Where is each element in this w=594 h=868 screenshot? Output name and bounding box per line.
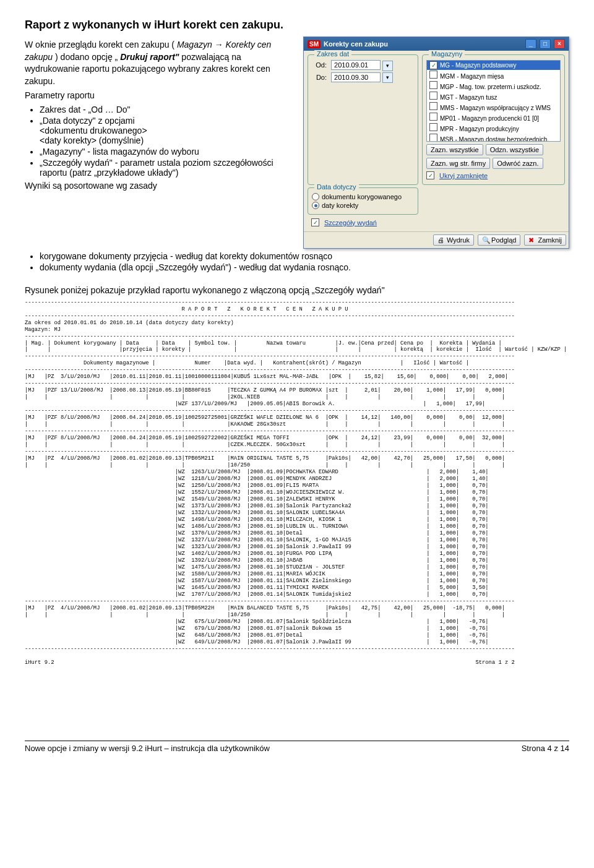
close-icon[interactable]: × <box>554 39 565 49</box>
radio-daty-korekty[interactable]: daty korekty <box>312 202 414 209</box>
dialog-title: Korekty cen zakupu <box>324 40 388 48</box>
list-item-label: MGP - Mag. tow. przeterm.i uszkodz. <box>440 84 541 90</box>
button-label: Zamknij <box>538 236 562 244</box>
korekty-dialog: SM Korekty cen zakupu _ □ × Zakres dat O… <box>303 37 569 249</box>
list-item-label: MSB - Magazyn dostaw bezpośrednich. <box>440 136 549 142</box>
dialog-titlebar[interactable]: SM Korekty cen zakupu _ □ × <box>304 37 569 51</box>
list-item-label: MG - Magazyn podstawowy <box>440 62 516 69</box>
text: W oknie przeglądu korekt cen zakupu ( <box>25 40 174 49</box>
magazyny-fieldset: Magazyny ✓MG - Magazyn podstawowy MGM - … <box>422 54 565 185</box>
footer-right: Strona 4 z 14 <box>522 744 569 753</box>
radio-label: daty korekty <box>322 202 358 209</box>
intro-paragraph: W oknie przeglądu korekt cen zakupu ( Ma… <box>25 39 291 87</box>
radio-label: dokumentu korygowanego <box>322 193 402 200</box>
close-icon <box>528 236 536 244</box>
dialog-footer: Wydruk Podgląd Zamknij <box>304 231 569 248</box>
szczegoly-label[interactable]: Szczegóły wydań <box>324 219 377 226</box>
list-item[interactable]: MGP - Mag. tow. przeterm.i uszkodz. <box>427 80 560 91</box>
maximize-icon[interactable]: □ <box>540 39 551 49</box>
minimize-icon[interactable]: _ <box>525 39 536 49</box>
list-item-label: MPR - Magazyn produkcyjny <box>440 126 519 132</box>
button-label: Podgląd <box>491 236 516 244</box>
param-item: „Szczegóły wydań" - parametr ustala pozi… <box>40 158 291 178</box>
option-name-text: Drukuj raport" <box>120 52 179 62</box>
calendar-icon[interactable]: ▾ <box>382 61 393 71</box>
wyniki-item: korygowane dokumenty przyjęcia - według … <box>40 251 569 261</box>
param-item: Zakres dat - „Od … Do" <box>40 105 291 114</box>
do-label: Do: <box>312 74 327 81</box>
app-logo-icon: SM <box>308 40 321 48</box>
printer-icon <box>437 236 445 244</box>
zakres-dat-fieldset: Zakres dat Od: ▾ Do: ▾ <box>308 54 418 185</box>
radio-icon <box>312 202 319 209</box>
hide-closed-label[interactable]: Ukryj zamknięte <box>439 172 488 179</box>
calendar-icon[interactable]: ▾ <box>382 72 393 83</box>
list-item[interactable]: MGM - Magazyn mięsa <box>427 70 560 80</box>
list-item[interactable]: ✓MG - Magazyn podstawowy <box>427 61 560 70</box>
footer-left: Nowe opcje i zmiany w wersji 9.2 iHurt –… <box>25 744 270 753</box>
do-date-input[interactable] <box>331 72 381 82</box>
podglad-button[interactable]: Podgląd <box>478 234 520 246</box>
rysunek-text: Rysunek poniżej pokazuje przykład raport… <box>25 285 569 297</box>
text: <daty korekty> (domyślnie) <box>40 135 144 145</box>
text: <dokumentu drukowanego> <box>40 126 147 135</box>
list-item-label: MGT - Magazyn tusz <box>440 94 497 101</box>
od-date-input[interactable] <box>331 60 381 70</box>
left-text-column: W oknie przeglądu korekt cen zakupu ( Ma… <box>25 37 291 195</box>
od-label: Od: <box>312 61 327 69</box>
text: ) dodano opcję „ <box>55 52 118 62</box>
report-preview: ----------------------------------------… <box>25 299 569 666</box>
list-item-label: MMS - Magazyn współpracujący z WMS <box>440 105 551 111</box>
wyniki-item: dokumenty wydania (dla opcji „Szczegóły … <box>40 262 569 272</box>
list-item-label: MP01 - Magazyn producencki 01 [0] <box>440 115 539 122</box>
radio-icon <box>312 193 319 200</box>
zamknij-button[interactable]: Zamknij <box>524 234 566 246</box>
fieldset-title: Data dotyczy <box>314 183 359 191</box>
invert-selection-button[interactable]: Odwróć zazn. <box>493 158 543 169</box>
preview-icon <box>482 236 489 244</box>
params-header: Parametry raportu <box>25 90 291 102</box>
list-item[interactable]: MPR - Magazyn produkcyjny <box>427 122 560 133</box>
param-item: „Data dotyczy" z opcjami <dokumentu druk… <box>40 116 291 145</box>
list-item[interactable]: MP01 - Magazyn producencki 01 [0] <box>427 112 560 122</box>
magazines-listbox[interactable]: ✓MG - Magazyn podstawowy MGM - Magazyn m… <box>426 60 561 142</box>
fieldset-title: Zakres dat <box>314 50 351 58</box>
radio-dokumentu[interactable]: dokumentu korygowanego <box>312 193 414 200</box>
select-by-firm-button[interactable]: Zazn. wg str. firmy <box>426 158 490 169</box>
button-label: Wydruk <box>447 236 470 244</box>
select-all-button[interactable]: Zazn. wszystkie <box>426 144 483 155</box>
hide-closed-checkbox[interactable]: ✓ <box>426 171 434 179</box>
list-item-label: MGM - Magazyn mięsa <box>440 73 504 80</box>
deselect-all-button[interactable]: Odzn. wszystkie <box>486 144 543 155</box>
params-list: Zakres dat - „Od … Do" „Data dotyczy" z … <box>40 105 291 178</box>
list-item[interactable]: MSB - Magazyn dostaw bezpośrednich. <box>427 133 560 142</box>
list-item[interactable]: MGT - Magazyn tusz <box>427 91 560 101</box>
wyniki-list: korygowane dokumenty przyjęcia - według … <box>40 251 569 272</box>
list-item[interactable]: MMS - Magazyn współpracujący z WMS <box>427 101 560 112</box>
page-footer: Nowe opcje i zmiany w wersji 9.2 iHurt –… <box>25 741 569 753</box>
wydruk-button[interactable]: Wydruk <box>433 234 474 246</box>
szczegoly-checkbox[interactable]: ✓ <box>311 218 319 226</box>
fieldset-title: Magazyny <box>429 50 465 58</box>
dialog-column: SM Korekty cen zakupu _ □ × Zakres dat O… <box>303 37 569 249</box>
data-dotyczy-fieldset: Data dotyczy dokumentu korygowanego daty… <box>308 187 418 215</box>
window-buttons: _ □ × <box>524 39 565 49</box>
param-item: „Magazyny" - lista magazynów do wyboru <box>40 147 291 157</box>
page-title: Raport z wykonanych w iHurt korekt cen z… <box>25 19 569 32</box>
text: „Data dotyczy" z opcjami <box>40 116 135 126</box>
wyniki-header: Wyniki są posortowane wg zasady <box>25 180 291 192</box>
